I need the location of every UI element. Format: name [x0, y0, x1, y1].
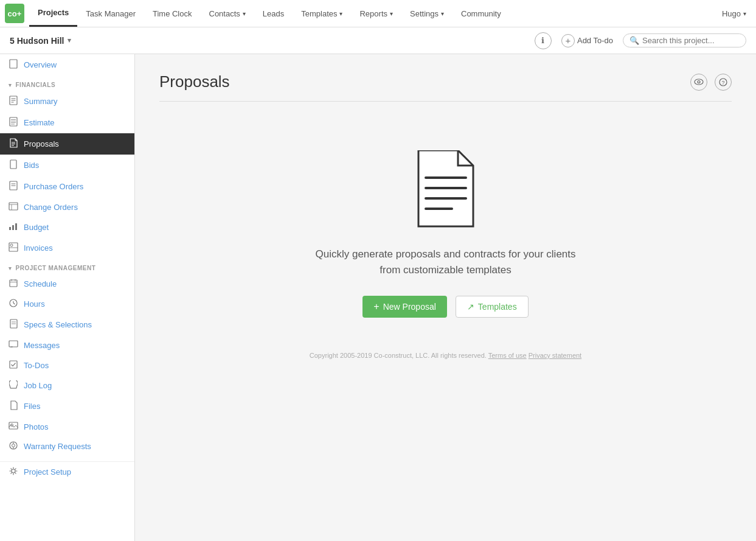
project-search[interactable]: 🔍: [623, 33, 746, 47]
project-setup-icon: [9, 467, 18, 477]
sidebar-item-overview[interactable]: Overview: [0, 54, 134, 75]
svg-rect-22: [15, 223, 17, 230]
bids-icon: [9, 159, 18, 171]
terms-of-use-link[interactable]: Terms of use: [488, 352, 527, 359]
project-bar: 5 Hudson Hill ▾ ℹ + Add To-do 🔍: [0, 27, 756, 54]
templates-button[interactable]: ↗ Templates: [456, 296, 529, 318]
files-icon: [9, 400, 18, 412]
svg-text:?: ?: [721, 80, 724, 86]
estimate-icon: [9, 117, 18, 128]
sidebar-item-schedule[interactable]: Schedule: [0, 274, 134, 294]
job-log-icon: [9, 380, 18, 391]
warranty-icon: [9, 441, 18, 452]
sidebar-item-files[interactable]: Files: [0, 396, 134, 417]
contacts-dropdown-icon: ▾: [243, 10, 246, 17]
svg-rect-17: [9, 203, 18, 210]
svg-rect-26: [10, 280, 17, 287]
layout: Overview ▾ FINANCIALS Summary Estimate P…: [0, 54, 756, 541]
svg-point-45: [12, 469, 15, 473]
change-orders-icon: [9, 202, 18, 212]
nav-item-projects[interactable]: Projects: [29, 0, 77, 27]
main-content: Proposals ? Quickly generate proposa: [135, 54, 756, 541]
info-button[interactable]: ℹ: [535, 32, 552, 49]
new-proposal-label: New Proposal: [383, 302, 436, 312]
project-bar-actions: ℹ + Add To-do 🔍: [535, 32, 746, 49]
summary-icon: [9, 96, 18, 107]
proposals-illustration: [412, 150, 479, 229]
sidebar-bottom: Project Setup: [0, 461, 134, 482]
project-mgmt-caret: ▾: [9, 265, 12, 271]
new-proposal-button[interactable]: + New Proposal: [362, 296, 447, 318]
specs-icon: [9, 319, 18, 330]
settings-dropdown-icon: ▾: [441, 10, 444, 17]
schedule-icon: [9, 279, 18, 289]
nav-item-contacts[interactable]: Contacts ▾: [201, 0, 254, 27]
svg-rect-0: [10, 60, 17, 68]
help-button[interactable]: ?: [715, 74, 732, 91]
proposals-icon: [9, 138, 18, 150]
sidebar-item-bids[interactable]: Bids: [0, 155, 134, 176]
project-name[interactable]: 5 Hudson Hill ▾: [10, 36, 71, 46]
sidebar-item-hours[interactable]: Hours: [0, 294, 134, 314]
sidebar-item-budget[interactable]: Budget: [0, 217, 134, 237]
sidebar-item-summary[interactable]: Summary: [0, 91, 134, 112]
svg-point-47: [698, 81, 700, 83]
sidebar-item-todos[interactable]: To-Dos: [0, 355, 134, 375]
svg-rect-20: [9, 227, 11, 230]
search-icon: 🔍: [629, 36, 639, 45]
templates-label: Templates: [478, 302, 517, 312]
sidebar-item-job-log[interactable]: Job Log: [0, 375, 134, 396]
invoices-icon: [9, 242, 18, 254]
page-header: Proposals ?: [159, 72, 732, 102]
svg-point-42: [12, 444, 15, 447]
sidebar-item-messages[interactable]: Messages: [0, 335, 134, 355]
sidebar-item-change-orders[interactable]: Change Orders: [0, 197, 134, 217]
sidebar: Overview ▾ FINANCIALS Summary Estimate P…: [0, 54, 135, 541]
svg-rect-36: [9, 341, 18, 347]
nav-item-reports[interactable]: Reports ▾: [351, 0, 401, 27]
sidebar-section-project-mgmt: ▾ PROJECT MANAGEMENT: [0, 259, 134, 274]
top-nav: co+ Projects Task Manager Time Clock Con…: [0, 0, 756, 27]
nav-item-task-manager[interactable]: Task Manager: [77, 0, 144, 27]
footer-copyright: Copyright 2005-2019 Co-construct, LLC. A…: [310, 352, 487, 359]
svg-rect-21: [12, 225, 14, 230]
budget-icon: [9, 222, 18, 232]
svg-rect-13: [10, 160, 16, 169]
hours-icon: [9, 299, 18, 309]
nav-items: Projects Task Manager Time Clock Contact…: [29, 0, 717, 27]
messages-icon: [9, 340, 18, 351]
sidebar-item-purchase-orders[interactable]: Purchase Orders: [0, 176, 134, 197]
nav-item-community[interactable]: Community: [453, 0, 510, 27]
sidebar-item-invoices[interactable]: Invoices: [0, 237, 134, 259]
overview-icon: [9, 59, 18, 71]
sidebar-item-estimate[interactable]: Estimate: [0, 112, 134, 133]
nav-item-templates[interactable]: Templates ▾: [293, 0, 351, 27]
nav-item-leads[interactable]: Leads: [254, 0, 293, 27]
sidebar-item-proposals[interactable]: Proposals: [0, 133, 134, 155]
nav-item-settings[interactable]: Settings ▾: [401, 0, 453, 27]
watch-button[interactable]: [690, 74, 707, 91]
add-todo-icon: +: [561, 34, 575, 47]
empty-state-actions: + New Proposal ↗ Templates: [362, 296, 528, 318]
search-input[interactable]: [642, 36, 740, 45]
app-logo[interactable]: co+: [5, 4, 24, 23]
sidebar-item-project-setup[interactable]: Project Setup: [0, 462, 134, 482]
svg-rect-37: [10, 361, 17, 368]
purchase-orders-icon: [9, 181, 18, 192]
financials-caret: ▾: [9, 82, 12, 88]
nav-item-time-clock[interactable]: Time Clock: [144, 0, 201, 27]
footer: Copyright 2005-2019 Co-construct, LLC. A…: [159, 342, 732, 369]
sidebar-item-warranty-requests[interactable]: Warranty Requests: [0, 436, 134, 456]
empty-state-text: Quickly generate proposals and contracts…: [312, 246, 580, 277]
add-todo-button[interactable]: + Add To-do: [561, 34, 613, 47]
project-dropdown-icon: ▾: [68, 37, 71, 44]
svg-point-24: [10, 244, 13, 246]
sidebar-item-photos[interactable]: Photos: [0, 417, 134, 436]
templates-arrow-icon: ↗: [467, 302, 474, 312]
privacy-statement-link[interactable]: Privacy statement: [529, 352, 581, 359]
svg-rect-23: [9, 243, 18, 251]
reports-dropdown-icon: ▾: [390, 10, 393, 17]
user-menu[interactable]: Hugo ▾: [717, 9, 751, 18]
sidebar-item-specs-selections[interactable]: Specs & Selections: [0, 314, 134, 335]
empty-state: Quickly generate proposals and contracts…: [159, 114, 732, 342]
